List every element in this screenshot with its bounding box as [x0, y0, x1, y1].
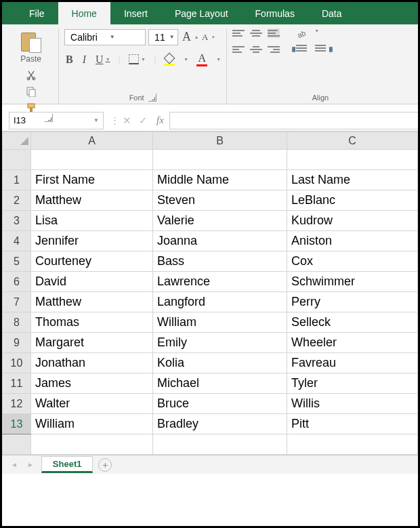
cell[interactable]	[153, 150, 287, 170]
font-color-button[interactable]: A	[195, 51, 209, 68]
cell[interactable]: William	[31, 414, 153, 434]
row-header[interactable]: 6	[3, 272, 31, 292]
cell[interactable]: James	[31, 373, 153, 394]
cell[interactable]: Jonathan	[31, 353, 153, 373]
row-header[interactable]: 7	[3, 292, 31, 312]
cell[interactable]: Selleck	[287, 312, 418, 333]
font-name-select[interactable]: Calibri▼	[64, 29, 146, 45]
align-top-button[interactable]	[232, 28, 245, 38]
cancel-formula-button[interactable]: ✕	[119, 115, 135, 127]
col-header-C[interactable]: C	[287, 132, 418, 150]
fx-icon[interactable]: fx	[156, 115, 164, 126]
cell[interactable]: Aniston	[287, 231, 418, 251]
row-header[interactable]: 9	[3, 333, 31, 353]
paste-button[interactable]: Paste	[18, 28, 44, 65]
cell[interactable]: Bass	[153, 251, 287, 272]
cell[interactable]: Last Name	[287, 170, 418, 190]
cell[interactable]	[31, 434, 153, 455]
cell[interactable]: Michael	[153, 373, 287, 394]
cell[interactable]: Perry	[287, 292, 418, 312]
row-header-partial[interactable]	[3, 150, 31, 170]
tab-page-layout[interactable]: Page Layout	[161, 2, 242, 24]
tab-formulas[interactable]: Formulas	[242, 2, 308, 24]
row-header[interactable]: 8	[3, 312, 31, 333]
cell[interactable]: Margaret	[31, 333, 153, 353]
cell[interactable]: Wheeler	[287, 333, 418, 353]
cell[interactable]	[31, 150, 153, 170]
font-dialog-launcher[interactable]	[148, 94, 156, 102]
cell[interactable]	[153, 434, 287, 455]
cell[interactable]: Joanna	[153, 231, 287, 251]
align-center-button[interactable]	[250, 45, 262, 54]
clipboard-dialog-launcher[interactable]	[45, 114, 53, 122]
font-size-select[interactable]: 11▼	[148, 29, 178, 45]
decrease-indent-button[interactable]	[296, 45, 310, 54]
sheet-tab-active[interactable]: Sheet1	[41, 456, 93, 473]
row-header[interactable]: 3	[3, 211, 31, 231]
row-header[interactable]: 13	[3, 414, 31, 434]
cell[interactable]: Bruce	[153, 394, 287, 414]
formula-input[interactable]	[169, 112, 418, 129]
sheet-nav-next[interactable]: ►	[25, 461, 36, 468]
row-header-partial[interactable]	[3, 434, 31, 455]
copy-button[interactable]	[24, 85, 38, 98]
cell[interactable]: Lisa	[31, 211, 153, 231]
cell[interactable]: Steven	[153, 190, 287, 211]
cell[interactable]: Willis	[287, 394, 418, 414]
align-left-button[interactable]	[232, 45, 245, 54]
cell[interactable]: Jennifer	[31, 231, 153, 251]
align-middle-button[interactable]	[250, 28, 262, 38]
col-header-B[interactable]: B	[153, 132, 287, 150]
cell[interactable]: Langford	[153, 292, 287, 312]
cell[interactable]: Valerie	[153, 211, 287, 231]
cell[interactable]: Lawrence	[153, 272, 287, 292]
tab-insert[interactable]: Insert	[110, 2, 161, 24]
cell[interactable]: Schwimmer	[287, 272, 418, 292]
col-header-A[interactable]: A	[31, 132, 153, 150]
decrease-font-button[interactable]: A	[201, 31, 209, 44]
cell[interactable]: Matthew	[31, 190, 153, 211]
cell[interactable]: Kudrow	[287, 211, 418, 231]
cell[interactable]: Cox	[287, 251, 418, 272]
row-header[interactable]: 4	[3, 231, 31, 251]
tab-file[interactable]: File	[16, 2, 58, 24]
bold-button[interactable]: B	[64, 52, 75, 67]
cell[interactable]: First Name	[31, 170, 153, 190]
row-header[interactable]: 11	[3, 373, 31, 394]
sheet-nav-prev[interactable]: ◄	[9, 461, 20, 468]
new-sheet-button[interactable]: +	[98, 458, 112, 472]
underline-button[interactable]: U▼	[94, 52, 112, 67]
cell[interactable]: Matthew	[31, 292, 153, 312]
cell[interactable]: Courteney	[31, 251, 153, 272]
tab-home[interactable]: Home	[58, 2, 110, 24]
cell[interactable]	[287, 150, 418, 170]
align-bottom-button[interactable]	[268, 28, 280, 38]
enter-formula-button[interactable]: ✓	[135, 115, 151, 127]
cell[interactable]: LeBlanc	[287, 190, 418, 211]
align-right-button[interactable]	[268, 45, 280, 54]
cell[interactable]: Emily	[153, 333, 287, 353]
fill-color-button[interactable]	[163, 52, 176, 67]
orientation-button[interactable]: ab	[296, 28, 308, 38]
tab-data[interactable]: Data	[308, 2, 356, 24]
cell[interactable]	[287, 434, 418, 455]
row-header[interactable]: 5	[3, 251, 31, 272]
name-box[interactable]: I13 ▼	[9, 112, 104, 129]
cell[interactable]: Walter	[31, 394, 153, 414]
select-all-corner[interactable]	[3, 132, 31, 150]
cell[interactable]: Bradley	[153, 414, 287, 434]
cell[interactable]: Kolia	[153, 353, 287, 373]
cell[interactable]: Pitt	[287, 414, 418, 434]
row-header[interactable]: 2	[3, 190, 31, 211]
border-button[interactable]: ▼	[127, 53, 147, 66]
cell[interactable]: William	[153, 312, 287, 333]
row-header[interactable]: 12	[3, 394, 31, 414]
cell[interactable]: Middle Name	[153, 170, 287, 190]
cell[interactable]: Tyler	[287, 373, 418, 394]
increase-indent-button[interactable]	[315, 45, 329, 54]
row-header[interactable]: 1	[3, 170, 31, 190]
cut-button[interactable]	[24, 69, 38, 81]
increase-font-button[interactable]: A	[181, 28, 192, 45]
cell[interactable]: David	[31, 272, 153, 292]
italic-button[interactable]: I	[81, 52, 87, 67]
